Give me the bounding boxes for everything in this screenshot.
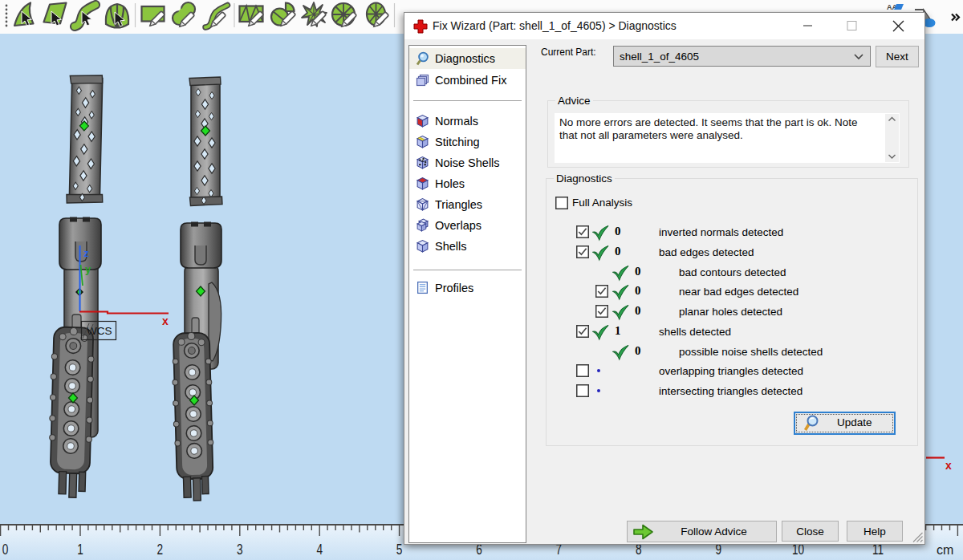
svg-text:0: 0 (2, 541, 9, 558)
svg-text:2: 2 (157, 541, 164, 558)
svg-text:x: x (945, 459, 952, 472)
svg-text:1: 1 (77, 541, 83, 558)
svg-text:x: x (162, 314, 169, 327)
svg-text:cm: cm (937, 543, 953, 557)
svg-text:y: y (85, 263, 91, 275)
svg-text:3: 3 (237, 541, 243, 558)
svg-text:z: z (83, 247, 89, 259)
svg-text:4: 4 (316, 541, 323, 558)
svg-text:5: 5 (396, 541, 403, 558)
